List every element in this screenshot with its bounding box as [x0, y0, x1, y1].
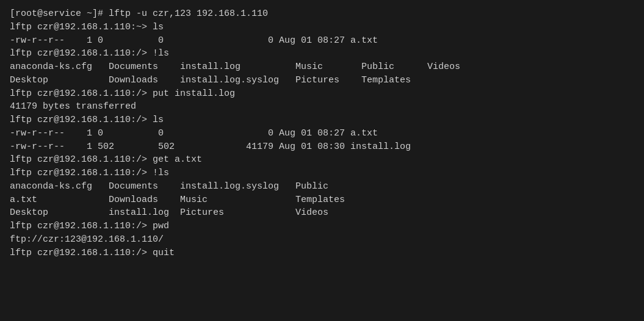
terminal-line: Desktop install.log Pictures Videos [10, 206, 634, 220]
terminal-line: ftp://czr:123@192.168.1.110/ [10, 233, 634, 247]
terminal-line: lftp czr@192.168.1.110:~> ls [10, 21, 634, 34]
terminal-line: lftp czr@192.168.1.110:/> !ls [10, 167, 634, 180]
terminal-window[interactable]: [root@service ~]# lftp -u czr,123 192.16… [0, 0, 644, 321]
terminal-line: anaconda-ks.cfg Documents install.log.sy… [10, 180, 634, 193]
terminal-line: lftp czr@192.168.1.110:/> put install.lo… [10, 87, 634, 101]
terminal-line: 41179 bytes transferred [10, 100, 634, 114]
terminal-line: lftp czr@192.168.1.110:/> quit [10, 247, 634, 260]
terminal-line: -rw-r--r-- 1 0 0 0 Aug 01 08:27 a.txt [10, 34, 634, 48]
terminal-line: [root@service ~]# lftp -u czr,123 192.16… [10, 7, 634, 21]
terminal-line: lftp czr@192.168.1.110:/> !ls [10, 47, 634, 60]
terminal-line: a.txt Downloads Music Templates [10, 193, 634, 207]
terminal-line: lftp czr@192.168.1.110:/> ls [10, 114, 634, 127]
terminal-line: anaconda-ks.cfg Documents install.log Mu… [10, 60, 634, 74]
terminal-line: Desktop Downloads install.log.syslog Pic… [10, 74, 634, 87]
terminal-line: lftp czr@192.168.1.110:/> get a.txt [10, 153, 634, 167]
terminal-line: lftp czr@192.168.1.110:/> pwd [10, 220, 634, 233]
terminal-line: -rw-r--r-- 1 502 502 41179 Aug 01 08:30 … [10, 140, 634, 154]
terminal-line: -rw-r--r-- 1 0 0 0 Aug 01 08:27 a.txt [10, 127, 634, 140]
